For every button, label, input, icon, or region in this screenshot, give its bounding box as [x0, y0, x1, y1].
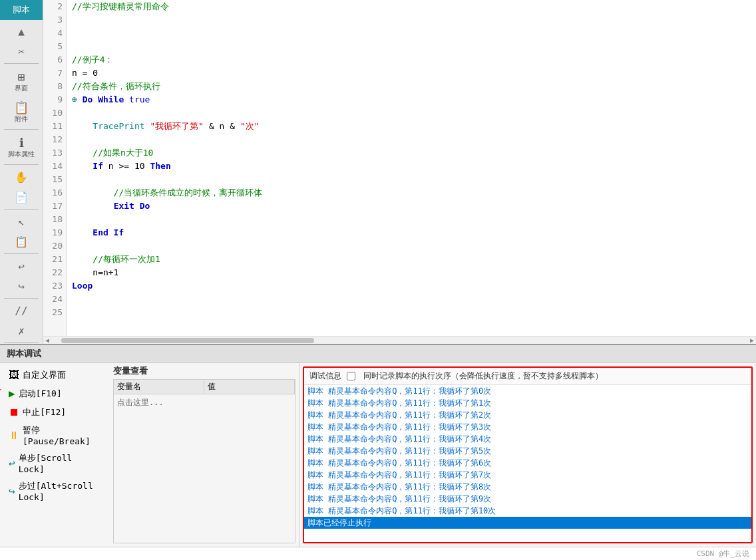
line-num-25: 25 — [43, 306, 66, 319]
log-line-2: 脚本 精灵基本命令内容Q，第11行：我循环了第2次 — [304, 409, 751, 421]
btn-stepover[interactable]: ↪ 步过[Alt+Scroll Lock] — [3, 478, 106, 504]
code-line-12 — [72, 133, 751, 146]
log-line-10: 脚本 精灵基本命令内容Q，第11行：我循环了第10次 — [304, 505, 751, 517]
code-lines[interactable]: //学习按键精灵常用命令 //例子4： n = 0 //符合条件，循环执行 ⊕ … — [67, 0, 756, 336]
divider7 — [4, 343, 38, 343]
pause-icon: ⏸ — [9, 429, 19, 442]
log-line-stop: 脚本已经停止执行 — [304, 517, 751, 529]
step-icon: ↩ — [9, 457, 15, 470]
slash-icon[interactable]: // — [12, 301, 31, 320]
divider1 — [4, 63, 38, 64]
hand-icon[interactable]: ✋ — [12, 168, 31, 186]
log-line-8: 脚本 精灵基本命令内容Q，第11行：我循环了第8次 — [304, 481, 751, 493]
line-num-20: 20 — [43, 239, 66, 253]
log-line-4: 脚本 精灵基本命令内容Q，第11行：我循环了第4次 — [304, 433, 751, 445]
line-num-5: 5 — [43, 40, 66, 53]
code-content[interactable]: 2 3 4 5 6 7 8 9 10 11 12 13 14 15 16 17 — [43, 0, 756, 336]
stop-icon: ⏹ — [9, 406, 19, 418]
scrollbar-thumb[interactable] — [61, 338, 314, 343]
debug-buttons: 🖼 自定义界面 ▶ 启动[F10] ➤ ⏹ 中止[F12] — [0, 363, 110, 547]
horizontal-scrollbar[interactable]: ◀ ▶ — [43, 336, 756, 344]
line-num-2: 2 — [43, 0, 66, 13]
code-line-9: ⊕ Do While true — [72, 93, 751, 106]
code-line-25 — [72, 306, 751, 319]
code-line-10 — [72, 106, 751, 120]
undo-icon[interactable]: ↩ — [12, 257, 31, 275]
code-line-20 — [72, 239, 751, 253]
debug-left-panel: 🖼 自定义界面 ▶ 启动[F10] ➤ ⏹ 中止[F12] — [0, 363, 299, 547]
line-num-21: 21 — [43, 253, 66, 266]
var-col2-header: 值 — [204, 380, 295, 394]
copy-icon[interactable]: 📄 — [12, 188, 31, 206]
stepover-icon: ↪ — [9, 485, 15, 497]
cursor-icon[interactable]: ↖ — [12, 212, 31, 231]
debug-right-panel: 调试信息 同时记录脚本的执行次序（会降低执行速度，暂不支持多线程脚本） 脚本 精… — [303, 366, 753, 543]
btn-stop-label: 中止[F12] — [23, 406, 66, 418]
sidebar-btn-interface[interactable]: ⊞ 界面 — [5, 67, 38, 95]
btn-stop[interactable]: ⏹ 中止[F12] — [3, 404, 106, 420]
scroll-right-btn[interactable]: ▶ — [748, 337, 756, 344]
code-line-19: End If — [72, 226, 751, 239]
btn-pause-label: 暂停[Pause/Break] — [23, 424, 101, 446]
var-table: 变量名 值 点击这里... — [113, 379, 295, 543]
divider6 — [4, 298, 38, 299]
code-line-23: Loop — [72, 279, 751, 293]
scroll-left-btn[interactable]: ◀ — [43, 337, 51, 344]
code-line-24 — [72, 293, 751, 306]
editor-area: 脚本 ▲ ✂ ⊞ 界面 📋 附件 — [0, 0, 756, 344]
code-line-7: n = 0 — [72, 67, 751, 80]
code-line-15 — [72, 173, 751, 186]
var-col1-header: 变量名 — [114, 380, 204, 394]
var-panel-title: 变量查看 — [110, 363, 299, 379]
line-num-18: 18 — [43, 213, 66, 226]
line-num-15: 15 — [43, 173, 66, 186]
line-numbers: 2 3 4 5 6 7 8 9 10 11 12 13 14 15 16 17 — [43, 0, 67, 336]
red-arrow: ➤ — [0, 382, 2, 398]
scroll-up-btn[interactable]: ▲ — [12, 22, 31, 41]
line-num-19: 19 — [43, 226, 66, 239]
cut-icon[interactable]: ✂ — [12, 42, 31, 61]
line-num-3: 3 — [43, 13, 66, 27]
attachment-icon: 📋 — [14, 100, 29, 114]
btn-start-label: 启动[F10] — [19, 388, 62, 400]
code-line-5 — [72, 40, 751, 53]
btn-custom-ui[interactable]: 🖼 自定义界面 — [3, 366, 106, 383]
code-line-8: //符合条件，循环执行 — [72, 80, 751, 93]
code-line-18 — [72, 213, 751, 226]
log-line-6: 脚本 精灵基本命令内容Q，第11行：我循环了第6次 — [304, 457, 751, 469]
btn-stepover-label: 步过[Alt+Scroll Lock] — [19, 480, 101, 502]
sidebar-btn-attachment[interactable]: 📋 附件 — [5, 98, 38, 126]
log-line-5: 脚本 精灵基本命令内容Q，第11行：我循环了第5次 — [304, 445, 751, 457]
debug-info-header: 调试信息 同时记录脚本的执行次序（会降低执行速度，暂不支持多线程脚本） — [304, 368, 751, 385]
line-num-16: 16 — [43, 186, 66, 200]
log-line-9: 脚本 精灵基本命令内容Q，第11行：我循环了第9次 — [304, 493, 751, 505]
sidebar: 脚本 ▲ ✂ ⊞ 界面 📋 附件 — [0, 0, 43, 344]
line-num-13: 13 — [43, 146, 66, 160]
btn-step[interactable]: ↩ 单步[Scroll Lock] — [3, 450, 106, 476]
attachment-label: 附件 — [15, 114, 28, 124]
var-table-body[interactable]: 点击这里... — [114, 394, 295, 411]
debug-log[interactable]: 脚本 精灵基本命令内容Q，第11行：我循环了第0次 脚本 精灵基本命令内容Q，第… — [304, 385, 751, 542]
paste-icon[interactable]: 📋 — [12, 232, 31, 251]
line-num-4: 4 — [43, 27, 66, 40]
log-line-3: 脚本 精灵基本命令内容Q，第11行：我循环了第3次 — [304, 421, 751, 433]
code-line-16: //当循环条件成立的时候，离开循环体 — [72, 186, 751, 200]
btn-start[interactable]: ▶ 启动[F10] ➤ — [3, 385, 106, 402]
start-icon: ▶ — [9, 387, 15, 400]
line-num-10: 10 — [43, 106, 66, 120]
debug-checkbox[interactable] — [347, 372, 355, 380]
line-num-9: 9 — [43, 93, 66, 106]
var-table-header: 变量名 值 — [114, 380, 295, 394]
line-num-11: 11 — [43, 120, 66, 133]
redo-icon[interactable]: ↪ — [12, 277, 31, 295]
watermark: CSDN @牛_云说 — [697, 549, 749, 559]
main-container: 脚本 ▲ ✂ ⊞ 界面 📋 附件 — [0, 0, 756, 560]
code-line-14: If n >= 10 Then — [72, 160, 751, 173]
sidebar-tab-script[interactable]: 脚本 — [0, 0, 43, 20]
strike-icon[interactable]: ✗ — [12, 321, 31, 340]
line-num-14: 14 — [43, 160, 66, 173]
bottom-bar: CSDN @牛_云说 — [0, 547, 756, 560]
sidebar-btn-props[interactable]: ℹ 脚本属性 — [5, 133, 38, 161]
debug-checkbox-label: 同时记录脚本的执行次序（会降低执行速度，暂不支持多线程脚本） — [363, 370, 603, 382]
btn-pause[interactable]: ⏸ 暂停[Pause/Break] — [3, 422, 106, 448]
